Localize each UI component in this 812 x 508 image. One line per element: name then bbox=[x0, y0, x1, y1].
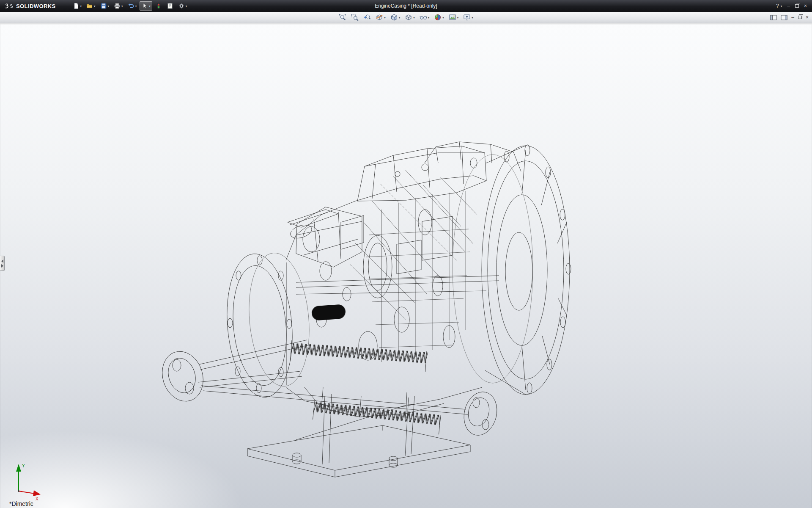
hide-show-glasses-icon bbox=[420, 14, 427, 21]
rebuild-button[interactable] bbox=[154, 1, 164, 11]
view-settings-icon bbox=[463, 14, 471, 21]
display-style-wireframe-icon bbox=[405, 14, 412, 21]
select-button[interactable]: ▾ bbox=[140, 1, 152, 11]
previous-view-icon bbox=[363, 14, 371, 21]
solidworks-window: SOLIDWORKS ▾ ▾ ▾ bbox=[0, 0, 812, 508]
close-document-button[interactable]: × bbox=[806, 14, 809, 20]
rebuild-traffic-light-icon bbox=[155, 3, 162, 9]
hide-show-items-button[interactable]: ▾ bbox=[419, 13, 431, 22]
titlebar[interactable]: SOLIDWORKS ▾ ▾ ▾ bbox=[0, 0, 812, 12]
options-button[interactable]: ▾ bbox=[176, 1, 189, 11]
chevron-down-icon: ▾ bbox=[94, 5, 96, 8]
open-folder-icon bbox=[86, 3, 93, 9]
zoom-to-fit-icon bbox=[339, 14, 346, 21]
chevron-down-icon: ▾ bbox=[186, 5, 187, 8]
file-properties-icon bbox=[167, 3, 173, 9]
restore-icon bbox=[798, 16, 802, 19]
new-document-icon bbox=[73, 3, 80, 9]
print-button[interactable]: ▾ bbox=[112, 1, 125, 11]
featuremanager-pane-button[interactable] bbox=[770, 15, 777, 20]
save-icon bbox=[100, 3, 107, 9]
edit-appearance-ball-icon bbox=[434, 14, 442, 21]
zoom-to-fit-button[interactable] bbox=[338, 13, 347, 22]
help-button[interactable]: ? ▾ bbox=[776, 3, 782, 9]
chevron-down-icon: ▾ bbox=[80, 5, 82, 8]
edit-appearance-button[interactable]: ▾ bbox=[433, 13, 445, 22]
chevron-down-icon: ▾ bbox=[121, 5, 123, 8]
save-button[interactable]: ▾ bbox=[99, 1, 111, 11]
display-style-button[interactable]: ▾ bbox=[404, 13, 416, 22]
chevron-down-icon: ▾ bbox=[149, 5, 151, 8]
restore-icon bbox=[795, 4, 799, 8]
chevron-down-icon: ▾ bbox=[413, 16, 415, 19]
wireframe-model[interactable] bbox=[0, 23, 812, 508]
display-pane-button[interactable] bbox=[781, 15, 787, 20]
close-icon: × bbox=[804, 3, 807, 9]
chevron-down-icon: ▾ bbox=[472, 16, 473, 19]
chevron-right-icon bbox=[1, 264, 3, 268]
orientation-triad: Y X bbox=[4, 461, 43, 501]
chevron-left-icon bbox=[1, 260, 3, 263]
chevron-down-icon: ▾ bbox=[384, 16, 386, 19]
restore-button[interactable] bbox=[795, 4, 799, 8]
view-orientation-button[interactable]: ▾ bbox=[390, 13, 401, 22]
chevron-down-icon: ▾ bbox=[457, 16, 459, 19]
minimize-document-button[interactable]: – bbox=[791, 14, 794, 20]
options-gear-icon bbox=[178, 3, 185, 9]
section-view-icon bbox=[376, 14, 383, 21]
file-properties-button[interactable] bbox=[165, 1, 175, 11]
chevron-down-icon: ▾ bbox=[781, 5, 782, 8]
print-icon bbox=[114, 3, 121, 9]
headsup-toolbar-row: ▾ ▾ ▾ ▾ bbox=[0, 12, 812, 23]
view-settings-button[interactable]: ▾ bbox=[462, 13, 474, 22]
apply-scene-button[interactable]: ▾ bbox=[448, 13, 460, 22]
graphics-viewport[interactable]: Y X *Dimetric bbox=[0, 23, 812, 508]
undo-icon bbox=[128, 3, 134, 9]
standard-toolbar: ▾ ▾ ▾ ▾ bbox=[71, 1, 189, 11]
minimize-icon: – bbox=[791, 14, 794, 20]
chevron-down-icon: ▾ bbox=[442, 16, 444, 19]
chevron-down-icon: ▾ bbox=[108, 5, 110, 8]
brand-name: SOLIDWORKS bbox=[16, 3, 56, 9]
triad-x-label: X bbox=[36, 497, 38, 501]
zoom-to-area-button[interactable] bbox=[350, 13, 359, 22]
open-button[interactable]: ▾ bbox=[85, 1, 97, 11]
minimize-button[interactable]: – bbox=[787, 3, 790, 9]
display-pane-icon bbox=[781, 15, 787, 20]
select-cursor-icon bbox=[141, 3, 148, 9]
brand: SOLIDWORKS bbox=[0, 3, 56, 9]
dassault-3ds-logo-icon bbox=[4, 3, 14, 9]
view-orientation-cube-icon bbox=[390, 14, 398, 21]
chevron-down-icon: ▾ bbox=[135, 5, 137, 8]
help-label: ? bbox=[776, 3, 779, 9]
chevron-down-icon: ▾ bbox=[399, 16, 401, 19]
new-document-button[interactable]: ▾ bbox=[71, 1, 84, 11]
window-controls: ? ▾ – × bbox=[776, 3, 812, 9]
previous-view-button[interactable] bbox=[362, 13, 372, 22]
zoom-to-area-icon bbox=[351, 14, 359, 21]
section-view-button[interactable]: ▾ bbox=[375, 13, 387, 22]
apply-scene-icon bbox=[449, 14, 456, 21]
chevron-down-icon: ▾ bbox=[428, 16, 430, 19]
restore-document-button[interactable] bbox=[798, 16, 802, 19]
document-window-controls: – × bbox=[770, 12, 809, 23]
featuremanager-pane-icon bbox=[770, 15, 777, 20]
headsup-toolbar: ▾ ▾ ▾ ▾ bbox=[338, 13, 474, 22]
undo-button[interactable]: ▾ bbox=[126, 1, 139, 11]
view-orientation-label: *Dimetric bbox=[9, 500, 33, 507]
triad-y-label: Y bbox=[22, 464, 25, 468]
hidden-panel-expand-tab[interactable] bbox=[0, 256, 5, 271]
minimize-icon: – bbox=[787, 3, 790, 9]
close-button[interactable]: × bbox=[804, 3, 807, 9]
close-icon: × bbox=[806, 14, 809, 20]
